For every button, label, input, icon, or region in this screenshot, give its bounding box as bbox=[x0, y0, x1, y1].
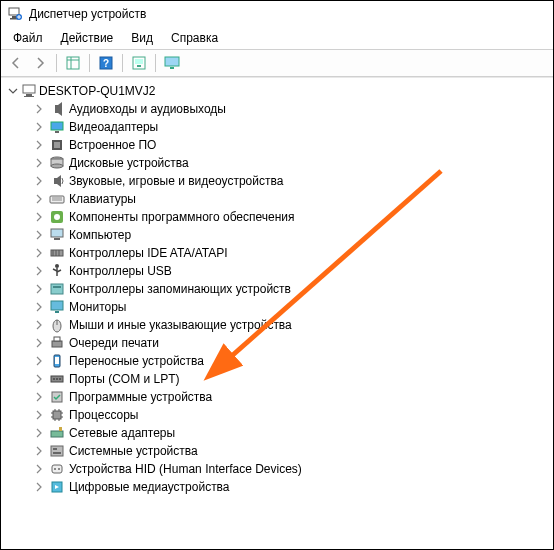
svg-rect-56 bbox=[53, 411, 61, 419]
chevron-right-icon[interactable] bbox=[33, 247, 45, 259]
tree-item-label: Видеоадаптеры bbox=[69, 120, 158, 134]
tree-item[interactable]: Контроллеры IDE ATA/ATAPI bbox=[33, 244, 551, 262]
svg-rect-47 bbox=[52, 341, 62, 347]
tree-item[interactable]: Встроенное ПО bbox=[33, 136, 551, 154]
svg-point-72 bbox=[58, 468, 60, 470]
chevron-right-icon[interactable] bbox=[33, 157, 45, 169]
ide-icon bbox=[49, 245, 65, 261]
tree-root[interactable]: DESKTOP-QU1MVJ2 bbox=[3, 82, 551, 100]
svg-rect-15 bbox=[26, 94, 32, 96]
chevron-right-icon[interactable] bbox=[33, 337, 45, 349]
chevron-right-icon[interactable] bbox=[33, 121, 45, 133]
tree-item-label: Переносные устройства bbox=[69, 354, 204, 368]
tree-item[interactable]: Видеоадаптеры bbox=[33, 118, 551, 136]
chevron-right-icon[interactable] bbox=[33, 481, 45, 493]
svg-rect-19 bbox=[55, 131, 59, 133]
keyboard-icon bbox=[49, 191, 65, 207]
svg-rect-31 bbox=[51, 229, 63, 237]
mouse-icon bbox=[49, 317, 65, 333]
svg-rect-48 bbox=[54, 337, 60, 341]
tree-item[interactable]: Контроллеры USB bbox=[33, 262, 551, 280]
back-button[interactable] bbox=[5, 52, 27, 74]
chevron-right-icon[interactable] bbox=[33, 445, 45, 457]
tree-item[interactable]: Очереди печати bbox=[33, 334, 551, 352]
help-button[interactable]: ? bbox=[95, 52, 117, 74]
chevron-right-icon[interactable] bbox=[33, 355, 45, 367]
tree-item[interactable]: Устройства HID (Human Interface Devices) bbox=[33, 460, 551, 478]
chevron-right-icon[interactable] bbox=[33, 373, 45, 385]
tree-item[interactable]: Звуковые, игровые и видеоустройства bbox=[33, 172, 551, 190]
svg-point-24 bbox=[51, 164, 63, 168]
menu-file[interactable]: Файл bbox=[5, 29, 51, 47]
svg-point-53 bbox=[56, 378, 58, 380]
chevron-right-icon[interactable] bbox=[33, 427, 45, 439]
svg-rect-67 bbox=[51, 446, 63, 456]
tree-item-label: Мониторы bbox=[69, 300, 126, 314]
chevron-down-icon[interactable] bbox=[7, 85, 19, 97]
chevron-right-icon[interactable] bbox=[33, 211, 45, 223]
svg-rect-0 bbox=[9, 8, 19, 15]
menu-view[interactable]: Вид bbox=[123, 29, 161, 47]
chevron-right-icon[interactable] bbox=[33, 175, 45, 187]
chevron-right-icon[interactable] bbox=[33, 319, 45, 331]
root-label: DESKTOP-QU1MVJ2 bbox=[39, 84, 155, 98]
toolbar-separator bbox=[122, 54, 123, 72]
tree-item[interactable]: Мониторы bbox=[33, 298, 551, 316]
svg-rect-18 bbox=[51, 122, 63, 130]
chevron-right-icon[interactable] bbox=[33, 229, 45, 241]
usb-icon bbox=[49, 263, 65, 279]
forward-button[interactable] bbox=[29, 52, 51, 74]
chevron-right-icon[interactable] bbox=[33, 463, 45, 475]
menu-help[interactable]: Справка bbox=[163, 29, 226, 47]
show-hide-tree-button[interactable] bbox=[62, 52, 84, 74]
tree-item[interactable]: Цифровые медиаустройства bbox=[33, 478, 551, 496]
chevron-right-icon[interactable] bbox=[33, 409, 45, 421]
tree-item[interactable]: Порты (COM и LPT) bbox=[33, 370, 551, 388]
chevron-right-icon[interactable] bbox=[33, 193, 45, 205]
svg-rect-65 bbox=[51, 431, 63, 437]
network-icon bbox=[49, 425, 65, 441]
svg-rect-10 bbox=[135, 59, 143, 64]
tree-item[interactable]: Системные устройства bbox=[33, 442, 551, 460]
tree-item[interactable]: Контроллеры запоминающих устройств bbox=[33, 280, 551, 298]
tree-children: Аудиовходы и аудиовыходыВидеоадаптерыВст… bbox=[3, 100, 551, 496]
monitor-icon bbox=[49, 299, 65, 315]
printqueue-icon bbox=[49, 335, 65, 351]
tree-item[interactable]: Сетевые адаптеры bbox=[33, 424, 551, 442]
tree-item[interactable]: Компоненты программного обеспечения bbox=[33, 208, 551, 226]
softdev-icon bbox=[49, 389, 65, 405]
menu-action[interactable]: Действие bbox=[53, 29, 122, 47]
tree-item[interactable]: Мыши и иные указывающие устройства bbox=[33, 316, 551, 334]
svg-rect-1 bbox=[12, 16, 16, 18]
tree-item-label: Дисковые устройства bbox=[69, 156, 189, 170]
tree-item[interactable]: Дисковые устройства bbox=[33, 154, 551, 172]
svg-point-54 bbox=[59, 378, 61, 380]
chevron-right-icon[interactable] bbox=[33, 283, 45, 295]
tree-item[interactable]: Процессоры bbox=[33, 406, 551, 424]
cpu-icon bbox=[49, 407, 65, 423]
tree-item[interactable]: Программные устройства bbox=[33, 388, 551, 406]
tree-item[interactable]: Аудиовходы и аудиовыходы bbox=[33, 100, 551, 118]
svg-rect-16 bbox=[24, 96, 34, 97]
tree-item[interactable]: Клавиатуры bbox=[33, 190, 551, 208]
tree-item-label: Компьютер bbox=[69, 228, 131, 242]
svg-rect-41 bbox=[51, 284, 63, 294]
chevron-right-icon[interactable] bbox=[33, 301, 45, 313]
tree-item-label: Встроенное ПО bbox=[69, 138, 156, 152]
svg-rect-25 bbox=[54, 178, 57, 184]
chevron-right-icon[interactable] bbox=[33, 391, 45, 403]
tree-item-label: Программные устройства bbox=[69, 390, 212, 404]
tree-item[interactable]: Переносные устройства bbox=[33, 352, 551, 370]
scan-hardware-button[interactable] bbox=[128, 52, 150, 74]
svg-rect-50 bbox=[55, 357, 59, 364]
svg-rect-43 bbox=[51, 301, 63, 310]
chevron-right-icon[interactable] bbox=[33, 265, 45, 277]
svg-rect-32 bbox=[54, 238, 60, 240]
svg-rect-21 bbox=[54, 142, 60, 148]
tree-item[interactable]: Компьютер bbox=[33, 226, 551, 244]
svg-rect-4 bbox=[67, 57, 79, 69]
device-tree[interactable]: DESKTOP-QU1MVJ2 Аудиовходы и аудиовыходы… bbox=[1, 77, 553, 549]
chevron-right-icon[interactable] bbox=[33, 139, 45, 151]
monitor-button[interactable] bbox=[161, 52, 183, 74]
chevron-right-icon[interactable] bbox=[33, 103, 45, 115]
